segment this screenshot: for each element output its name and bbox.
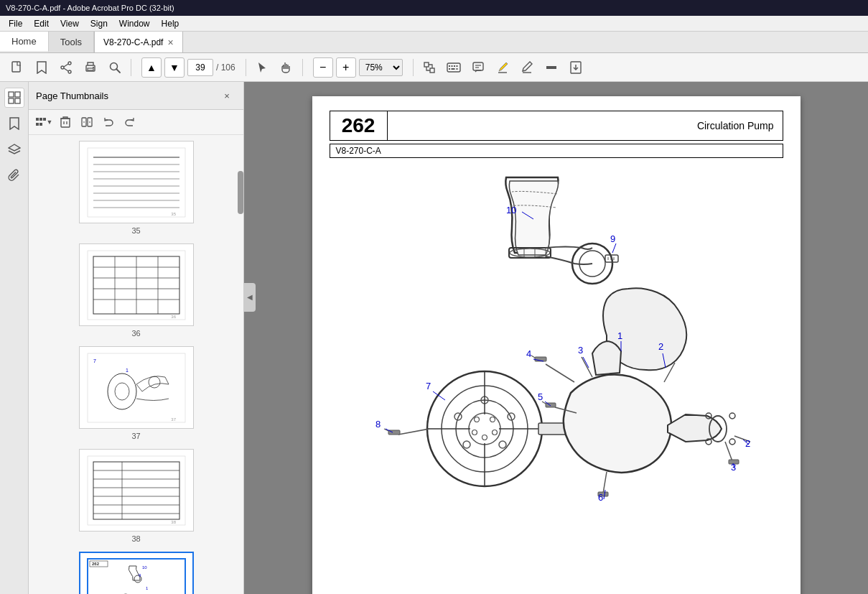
- thumbnail-36[interactable]: 36 36: [79, 243, 194, 338]
- svg-rect-18: [449, 68, 450, 70]
- svg-line-136: [398, 429, 429, 435]
- thumbnail-label-35: 35: [131, 226, 140, 235]
- select-tool[interactable]: [251, 56, 274, 79]
- new-button[interactable]: [6, 56, 29, 79]
- menu-sign[interactable]: Sign: [85, 17, 113, 30]
- thumbnail-image-37: 7 1 37: [79, 346, 194, 429]
- svg-rect-19: [451, 68, 454, 70]
- menu-help[interactable]: Help: [156, 17, 185, 30]
- svg-rect-83: [88, 559, 185, 595]
- search-button[interactable]: [103, 56, 126, 79]
- highlight-button[interactable]: [491, 56, 514, 79]
- svg-text:38: 38: [171, 520, 176, 524]
- zoom-in-button[interactable]: +: [336, 57, 356, 78]
- separator-4: [413, 59, 414, 76]
- svg-rect-26: [546, 66, 556, 69]
- separator-1: [131, 59, 131, 76]
- svg-text:36: 36: [171, 315, 176, 319]
- svg-text:1: 1: [617, 330, 622, 341]
- svg-text:7: 7: [93, 358, 96, 363]
- svg-text:4: 4: [526, 348, 531, 359]
- zoom-out-button[interactable]: −: [313, 57, 333, 78]
- pdf-area[interactable]: 262 Circulation Pump V8-270-C-A: [244, 82, 868, 594]
- page-title-display: Circulation Pump: [388, 111, 783, 140]
- svg-text:6: 6: [598, 492, 603, 503]
- svg-rect-35: [43, 118, 46, 121]
- thumb-view-options[interactable]: ▼: [34, 113, 53, 131]
- nav-up-button[interactable]: ▲: [141, 57, 162, 78]
- svg-rect-73: [88, 456, 185, 525]
- svg-rect-36: [36, 123, 39, 126]
- sidebar-attachments-icon[interactable]: [4, 165, 24, 185]
- thumb-undo-button[interactable]: [99, 113, 118, 131]
- svg-point-113: [492, 430, 497, 435]
- menu-view[interactable]: View: [55, 17, 85, 30]
- collapse-panel-button[interactable]: ◀: [244, 283, 256, 312]
- redact-button[interactable]: [540, 56, 563, 79]
- svg-line-133: [582, 357, 592, 377]
- tab-home[interactable]: Home: [0, 32, 49, 52]
- svg-text:5: 5: [538, 391, 543, 402]
- print-button[interactable]: [79, 56, 102, 79]
- svg-text:8: 8: [375, 419, 381, 430]
- svg-text:9: 9: [610, 233, 615, 244]
- svg-text:35: 35: [171, 212, 176, 216]
- svg-point-109: [499, 441, 506, 448]
- svg-text:1: 1: [126, 368, 129, 373]
- thumbnail-38[interactable]: 38 38: [79, 449, 194, 543]
- svg-rect-29: [9, 92, 14, 97]
- nav-down-button[interactable]: ▼: [164, 57, 185, 78]
- thumb-redo-button[interactable]: [121, 113, 139, 131]
- separator-2: [246, 59, 246, 76]
- svg-rect-37: [39, 123, 42, 126]
- thumb-extract-button[interactable]: [78, 113, 96, 131]
- zoom-select[interactable]: 50% 75% 100% 125% 150% 200%: [359, 59, 403, 76]
- pdf-page: 262 Circulation Pump V8-270-C-A: [312, 96, 801, 594]
- page-number-input[interactable]: [187, 59, 213, 76]
- thumbnails-close-button[interactable]: ×: [218, 86, 236, 105]
- nav-controls: ▲ ▼ / 106: [141, 57, 235, 78]
- svg-text:10: 10: [506, 205, 516, 215]
- svg-line-10: [116, 69, 120, 73]
- sidebar-bookmarks-icon[interactable]: [4, 113, 24, 134]
- svg-text:37: 37: [171, 417, 176, 422]
- thumbnail-37[interactable]: 7 1 37 37: [79, 346, 194, 440]
- keyboard-button[interactable]: [442, 56, 465, 79]
- export-button[interactable]: [564, 56, 587, 79]
- svg-point-112: [490, 417, 495, 422]
- main-area: Page Thumbnails × ▼: [0, 82, 868, 594]
- thumbnail-image-39: 262 10 9 1: [79, 552, 194, 594]
- thumbnail-35[interactable]: 35 35: [79, 141, 194, 235]
- tab-file[interactable]: V8-270-C-A.pdf ×: [94, 32, 183, 52]
- circulation-pump-diagram: 10 9 2 1 3 4: [334, 170, 779, 558]
- svg-point-125: [729, 413, 735, 419]
- tool-icons: [418, 56, 587, 79]
- tab-close-button[interactable]: ×: [167, 37, 173, 48]
- thumb-delete-button[interactable]: [56, 113, 75, 131]
- share-button[interactable]: [55, 56, 78, 79]
- menu-file[interactable]: File: [3, 17, 28, 30]
- svg-rect-32: [15, 98, 20, 103]
- svg-rect-17: [456, 65, 457, 67]
- sidebar-layers-icon[interactable]: [4, 139, 24, 159]
- bookmark-button[interactable]: [30, 56, 53, 79]
- tab-tools[interactable]: Tools: [49, 32, 94, 52]
- menu-edit[interactable]: Edit: [28, 17, 55, 30]
- scroll-handle[interactable]: [238, 171, 243, 214]
- sidebar: [0, 82, 29, 594]
- menu-window[interactable]: Window: [113, 17, 156, 30]
- svg-point-1: [68, 62, 71, 65]
- comment-button[interactable]: [467, 56, 490, 79]
- svg-point-3: [61, 66, 64, 69]
- fit-page-button[interactable]: [418, 56, 441, 79]
- page-header: 262 Circulation Pump: [330, 111, 783, 141]
- svg-rect-13: [447, 63, 460, 72]
- svg-line-129: [531, 356, 535, 358]
- thumbnail-39[interactable]: 262 10 9 1 39: [79, 552, 194, 594]
- separator-3: [302, 59, 303, 76]
- sidebar-thumbnails-icon[interactable]: [4, 88, 24, 108]
- hand-tool[interactable]: [275, 56, 298, 79]
- svg-rect-30: [15, 92, 20, 97]
- svg-rect-8: [93, 67, 94, 68]
- pen-button[interactable]: [515, 56, 538, 79]
